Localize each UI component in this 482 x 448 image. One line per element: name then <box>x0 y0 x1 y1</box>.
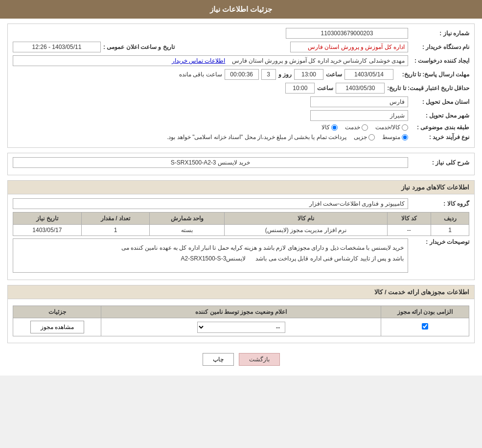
cell-namKala: نرم افزار مدیریت مجوز (لایسنس) <box>225 225 387 236</box>
col-joziat: جزئیات <box>13 306 101 318</box>
saaat-label: ساعت <box>326 71 342 78</box>
joziat-cell: مشاهده مجوز <box>13 318 101 336</box>
ijad-konande-value: مهدی خوشدلی کارشناس خرید اداره کل آموزش … <box>13 55 408 66</box>
tabaqe-label: طبقه بندی موضوعی : <box>411 124 469 131</box>
tarikh-label: تاریخ و ساعت اعلان عمومی : <box>103 44 175 50</box>
tabaqe-khedmat-label: خدمت <box>345 124 360 131</box>
tabaqe-kala-label: کالا <box>321 124 330 131</box>
ettelaat-tamas-link[interactable]: اطلاعات تماس خریدار <box>172 57 226 64</box>
tarikh-dastgah-row: نام دستگاه خریدار : اداره کل آموزش و پرو… <box>13 42 469 52</box>
elzami-checkbox[interactable] <box>422 323 428 330</box>
elam-status-cell: -- <box>101 318 381 336</box>
mojvaz-section: اطلاعات مجوزهای ارائه خدمت / کالا الزامی… <box>7 285 475 343</box>
page-header: جزئیات اطلاعات نیاز <box>0 0 482 19</box>
nam-dastgah-value: اداره کل آموزش و پرورش استان فارس <box>290 42 408 52</box>
tabaqe-khedmat-radio[interactable] <box>362 124 368 131</box>
cell-vahedShomarish: بسته <box>150 225 225 236</box>
hadaqal-label: حداقل تاریخ اعتبار قیمت: تا تاریخ: <box>387 85 469 92</box>
kala-info-title: اطلاعات کالاهای مورد نیاز <box>8 181 474 194</box>
sharh-section: شرح کلی نیاز : خرید لایسنس S-SRX1500-A2-… <box>7 153 475 175</box>
mohlat-date: 1403/05/14 <box>344 69 393 80</box>
noe-jozii-radio[interactable] <box>368 134 375 141</box>
info-grid: شماره نیاز : 1103003679000203 نام دستگاه… <box>8 24 474 147</box>
back-button[interactable]: بازگشت <box>239 353 280 366</box>
shomare-niaz-label: شماره نیاز : <box>411 30 469 37</box>
sharh-value: خرید لایسنس S-SRX1500-A2-3 <box>13 157 408 168</box>
cell-radif: 1 <box>431 225 469 236</box>
table-row: 1--نرم افزار مدیریت مجوز (لایسنس)بسته114… <box>13 225 469 236</box>
elam-status-select[interactable]: -- <box>197 322 285 333</box>
rooz-label: روز و <box>278 71 292 78</box>
ostan-row: استان محل تحویل : فارس <box>13 96 469 107</box>
tabaqe-kala-khedmat-radio[interactable] <box>402 124 408 131</box>
tarikh-value: 1403/05/11 - 12:26 <box>13 42 101 52</box>
shahr-row: شهر محل تحویل : شیراز <box>13 110 469 121</box>
sharh-grid: شرح کلی نیاز : خرید لایسنس S-SRX1500-A2-… <box>8 153 474 175</box>
nam-dastgah-label: نام دستگاه خریدار : <box>411 44 469 50</box>
mohlat-label: مهلت ارسال پاسخ: تا تاریخ: <box>396 71 469 78</box>
sharh-row: شرح کلی نیاز : خرید لایسنس S-SRX1500-A2-… <box>13 157 469 168</box>
ostan-label: استان محل تحویل : <box>411 98 469 105</box>
kala-info-grid: گروه کالا : کامپیوتر و فناوری اطلاعات-سخ… <box>8 194 474 280</box>
elzami-cell <box>381 318 469 336</box>
toseeh-row: توصیحات خریدار : خرید لایسنس با مشخصات ذ… <box>13 238 469 273</box>
page-wrapper: جزئیات اطلاعات نیاز AriaTender شماره نیا… <box>0 0 482 376</box>
group-kala-value: کامپیوتر و فناوری اطلاعات-سخت افزار <box>13 198 408 209</box>
kala-info-section: اطلاعات کالاهای مورد نیاز گروه کالا : کا… <box>7 180 475 280</box>
license-row: --مشاهده مجوز <box>13 318 469 336</box>
col-kod-kala: کد کالا <box>387 212 431 225</box>
licenses-table: الزامی بودن ارائه مجوز اعلام وضعیت مجوز … <box>13 306 469 336</box>
noe-faraind-label: نوع فرآیند خرید : <box>411 134 469 141</box>
col-vahed: واحد شمارش <box>150 212 225 225</box>
tabaqe-kala-radio[interactable] <box>331 124 338 131</box>
cell-tarikhNiaz: 1403/05/17 <box>13 225 82 236</box>
noe-faraind-row: نوع فرآیند خرید : متوسط جزیی پرداخت <box>13 134 469 141</box>
noe-jozii-item[interactable]: جزیی <box>354 134 375 141</box>
saaat2-label: ساعت <box>317 85 333 92</box>
noe-faraind-radio-group: متوسط جزیی <box>354 134 408 141</box>
cell-tedad: 1 <box>81 225 150 236</box>
shahr-value: شیراز <box>310 110 408 121</box>
ijad-konande-label: ایجاد کننده درخواست : <box>411 57 469 64</box>
col-tedad: تعداد / مقدار <box>81 212 150 225</box>
cell-kodKala: -- <box>387 225 431 236</box>
noe-mottavaset-radio[interactable] <box>402 134 408 141</box>
saaat-value: 13:00 <box>294 69 323 80</box>
page-title: جزئیات اطلاعات نیاز <box>210 5 272 13</box>
noe-mottavaset-item[interactable]: متوسط <box>382 134 408 141</box>
tabaqe-row: طبقه بندی موضوعی : کالا/خدمت خدمت <box>13 124 469 131</box>
toseeh-line2-row: باشد و پس از تایید کارشناس فنی اداره قاب… <box>17 254 404 264</box>
toseeh-license: لایسنس3-A2-SRX1500-S <box>181 254 246 264</box>
saaat2-value: 10:00 <box>285 83 315 94</box>
footer-buttons: بازگشت چاپ <box>7 348 475 371</box>
toseeh-line2: باشد و پس از تایید کارشناس فنی اداره قاب… <box>255 254 404 264</box>
sharh-label: شرح کلی نیاز : <box>411 159 469 166</box>
col-elam-status: اعلام وضعیت مجوز توسط نامین کننده <box>101 306 381 318</box>
mojvaz-grid: الزامی بودن ارائه مجوز اعلام وضعیت مجوز … <box>8 299 474 343</box>
noe-faraind-description: پرداخت تمام یا بخشی از مبلغ خرید،از محل … <box>167 134 346 141</box>
baghi-mande-label: ساعت باقی مانده <box>179 71 222 78</box>
tabaqe-kala-item[interactable]: کالا <box>321 124 338 131</box>
ijad-konande-row: ایجاد کننده درخواست : مهدی خوشدلی کارشنا… <box>13 55 469 66</box>
mohlat-ersaal-row: مهلت ارسال پاسخ: تا تاریخ: 1403/05/14 سا… <box>13 69 469 80</box>
main-content: AriaTender شماره نیاز : 1103003679000203… <box>0 19 482 376</box>
print-button[interactable]: چاپ <box>203 353 234 366</box>
noe-jozii-label: جزیی <box>354 134 367 141</box>
shomare-niaz-row: شماره نیاز : 1103003679000203 <box>13 28 469 39</box>
tabaqe-khedmat-item[interactable]: خدمت <box>345 124 368 131</box>
tabaqe-radio-group: کالا/خدمت خدمت کالا <box>321 124 408 131</box>
rooz-value: 3 <box>261 69 276 80</box>
view-license-button[interactable]: مشاهده مجوز <box>30 321 84 333</box>
toseeh-line1: خرید لایسنس با مشخصات ذیل و دارای مجوزها… <box>17 243 404 254</box>
tabaqe-kala-khedmat-item[interactable]: کالا/خدمت <box>375 124 408 131</box>
items-table: ردیف کد کالا نام کالا واحد شمارش تعداد /… <box>13 212 469 236</box>
shahr-label: شهر محل تحویل : <box>411 112 469 119</box>
toseeh-label: توصیحات خریدار : <box>411 238 469 245</box>
group-kala-label: گروه کالا : <box>411 200 469 207</box>
content-layer: شماره نیاز : 1103003679000203 نام دستگاه… <box>7 24 475 371</box>
ostan-value: فارس <box>310 96 408 107</box>
main-info-section: شماره نیاز : 1103003679000203 نام دستگاه… <box>7 24 475 148</box>
group-kala-row: گروه کالا : کامپیوتر و فناوری اطلاعات-سخ… <box>13 198 469 209</box>
toseeh-value: خرید لایسنس با مشخصات ذیل و دارای مجوزها… <box>13 238 408 273</box>
col-radif: ردیف <box>431 212 469 225</box>
